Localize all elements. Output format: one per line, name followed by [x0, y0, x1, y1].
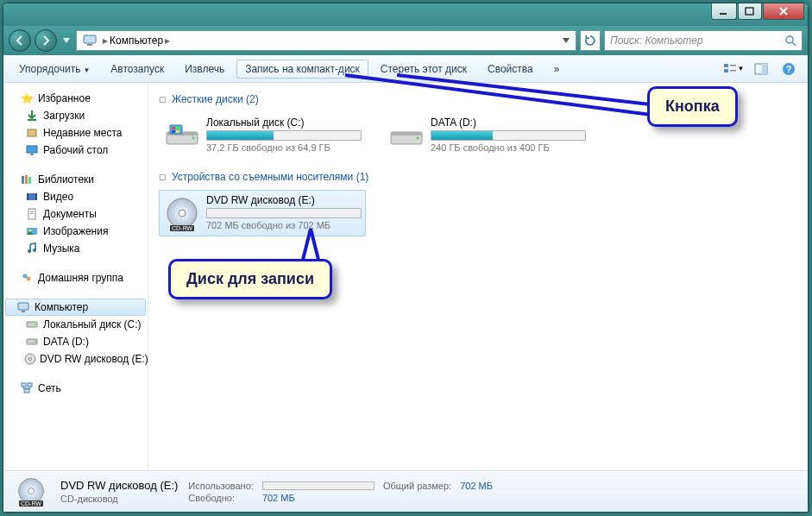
- body: ⭐Избранное Загрузки Недавние места Рабоч…: [3, 83, 808, 470]
- status-free-label: Свободно:: [188, 493, 254, 503]
- cd-rw-badge: CD-RW: [170, 225, 194, 231]
- close-button[interactable]: [763, 3, 804, 20]
- breadcrumb-sep-icon: ▸: [163, 35, 172, 47]
- sidebar-computer[interactable]: Компьютер: [5, 299, 146, 316]
- status-total-val: 702 МБ: [460, 481, 493, 491]
- svg-rect-42: [24, 389, 29, 393]
- back-button[interactable]: [9, 29, 31, 52]
- recent-icon: [24, 126, 40, 140]
- address-dropdown[interactable]: [558, 38, 574, 43]
- organize-button[interactable]: Упорядочить▼: [10, 60, 98, 79]
- svg-rect-21: [27, 193, 28, 200]
- drive-e-name: DVD RW дисковод (E:): [206, 194, 362, 206]
- view-button[interactable]: ▼: [721, 59, 746, 79]
- sidebar-item-desktop[interactable]: Рабочий стол: [3, 142, 148, 159]
- status-free-val: 702 МБ: [262, 493, 375, 503]
- svg-point-45: [192, 137, 195, 140]
- section-removable[interactable]: ▢Устройства со съемными носителями (1): [159, 171, 797, 183]
- sidebar-item-recent[interactable]: Недавние места: [3, 124, 148, 142]
- drive-icon: [24, 335, 40, 349]
- sidebar-item-documents[interactable]: Документы: [3, 205, 148, 223]
- svg-rect-41: [28, 383, 32, 387]
- downloads-icon: [24, 109, 40, 123]
- svg-line-58: [397, 75, 664, 106]
- sidebar-favorites[interactable]: ⭐Избранное: [3, 90, 148, 107]
- svg-rect-49: [172, 130, 175, 133]
- refresh-button[interactable]: [580, 30, 601, 51]
- status-total-label: Общий размер:: [383, 481, 451, 491]
- svg-rect-40: [22, 383, 26, 387]
- svg-rect-5: [724, 64, 728, 67]
- sidebar-item-music[interactable]: Музыка: [3, 240, 148, 257]
- svg-rect-17: [22, 176, 24, 184]
- address-bar[interactable]: ▸ Компьютер ▸: [76, 30, 576, 51]
- svg-rect-47: [172, 127, 175, 129]
- sidebar-item-video[interactable]: Видео: [3, 188, 148, 205]
- svg-line-60: [302, 229, 311, 263]
- minimize-button[interactable]: [711, 3, 737, 20]
- eject-button[interactable]: Извлечь: [176, 60, 233, 79]
- svg-point-55: [179, 210, 186, 217]
- svg-rect-24: [30, 211, 34, 212]
- maximize-button[interactable]: [738, 3, 762, 20]
- disc-icon: [24, 352, 36, 366]
- drive-d-free: 240 ГБ свободно из 400 ГБ: [431, 142, 586, 153]
- help-button[interactable]: ?: [777, 59, 801, 79]
- forward-button[interactable]: [35, 29, 57, 52]
- sidebar-libraries[interactable]: Библиотеки: [3, 171, 148, 188]
- svg-rect-13: [28, 119, 36, 121]
- svg-point-30: [23, 274, 28, 279]
- search-input[interactable]: Поиск: Компьютер: [604, 30, 803, 51]
- nav-row: ▸ Компьютер ▸ Поиск: Компьютер: [3, 26, 808, 55]
- pictures-icon: [24, 224, 40, 238]
- drive-e-bar: [206, 208, 362, 218]
- svg-rect-7: [730, 65, 736, 66]
- autoplay-button[interactable]: Автозапуск: [102, 60, 173, 79]
- status-used-label: Использовано:: [188, 481, 254, 491]
- search-icon: [784, 35, 796, 47]
- svg-point-37: [35, 341, 36, 343]
- svg-rect-1: [746, 8, 753, 15]
- sidebar-item-drive-c[interactable]: Локальный диск (C:): [3, 316, 148, 333]
- svg-rect-25: [30, 213, 34, 214]
- sidebar-item-downloads[interactable]: Загрузки: [3, 107, 148, 124]
- svg-rect-3: [87, 44, 92, 46]
- sidebar-item-pictures[interactable]: Изображения: [3, 223, 148, 240]
- breadcrumb-text[interactable]: Компьютер: [110, 35, 163, 47]
- sidebar-item-drive-e[interactable]: DVD RW дисковод (E:): [3, 350, 148, 368]
- svg-text:?: ?: [786, 64, 792, 74]
- svg-point-53: [417, 137, 419, 140]
- titlebar: [3, 3, 808, 26]
- homegroup-icon: [19, 271, 35, 285]
- svg-rect-52: [391, 132, 422, 135]
- nav-history-dropdown[interactable]: [60, 32, 72, 49]
- preview-pane-button[interactable]: [749, 59, 773, 79]
- callout-line: [293, 229, 328, 263]
- svg-rect-48: [176, 127, 179, 129]
- svg-rect-2: [84, 35, 96, 43]
- svg-rect-14: [28, 129, 36, 136]
- drive-c-free: 37,2 ГБ свободно из 64,9 ГБ: [206, 142, 362, 153]
- svg-rect-10: [762, 64, 767, 74]
- sidebar-network[interactable]: Сеть: [3, 380, 148, 397]
- sidebar-homegroup[interactable]: Домашняя группа: [3, 269, 148, 286]
- svg-point-31: [27, 277, 31, 281]
- desktop-icon: [24, 143, 40, 157]
- search-placeholder: Поиск: Компьютер: [610, 35, 703, 47]
- drive-d-bar: [431, 130, 586, 141]
- status-title: DVD RW дисковод (E:): [60, 479, 178, 492]
- sidebar-item-drive-d[interactable]: DATA (D:): [3, 333, 148, 350]
- svg-rect-16: [30, 154, 34, 155]
- computer-icon: [82, 33, 98, 48]
- svg-line-61: [311, 229, 319, 263]
- svg-point-57: [28, 488, 35, 494]
- status-subtitle: CD-дисковод: [60, 494, 178, 504]
- svg-point-4: [786, 36, 793, 43]
- music-icon: [24, 242, 40, 255]
- svg-point-35: [35, 324, 36, 325]
- network-icon: [19, 381, 35, 395]
- svg-point-28: [28, 249, 31, 253]
- breadcrumb-sep-icon: ▸: [101, 35, 110, 47]
- drive-e[interactable]: CD-RW DVD RW дисковод (E:) 702 МБ свобод…: [159, 190, 366, 236]
- svg-rect-0: [720, 13, 727, 15]
